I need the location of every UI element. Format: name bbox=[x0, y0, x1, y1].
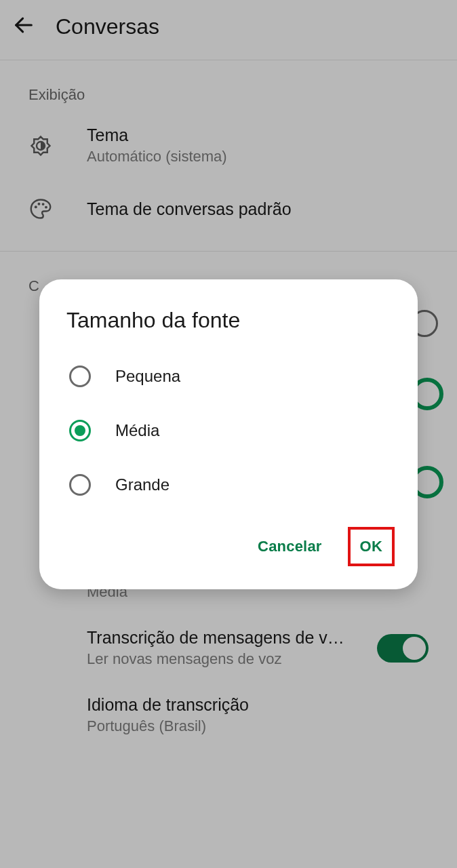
dialog-actions: Cancelar OK bbox=[39, 512, 418, 573]
font-size-dialog: Tamanho da fonte Pequena Média Grande Ca… bbox=[39, 279, 418, 589]
radio-icon-selected bbox=[69, 420, 91, 441]
radio-label: Pequena bbox=[115, 367, 180, 386]
radio-label: Média bbox=[115, 421, 159, 440]
ok-highlight-box: OK bbox=[348, 527, 395, 566]
dialog-overlay[interactable]: Tamanho da fonte Pequena Média Grande Ca… bbox=[0, 0, 457, 868]
radio-icon bbox=[69, 474, 91, 496]
radio-icon bbox=[69, 366, 91, 387]
radio-label: Grande bbox=[115, 475, 170, 494]
ok-button[interactable]: OK bbox=[352, 534, 391, 559]
radio-option-small[interactable]: Pequena bbox=[39, 349, 418, 403]
radio-option-medium[interactable]: Média bbox=[39, 403, 418, 458]
radio-option-large[interactable]: Grande bbox=[39, 458, 418, 512]
dialog-title: Tamanho da fonte bbox=[39, 304, 418, 349]
cancel-button[interactable]: Cancelar bbox=[245, 530, 334, 564]
